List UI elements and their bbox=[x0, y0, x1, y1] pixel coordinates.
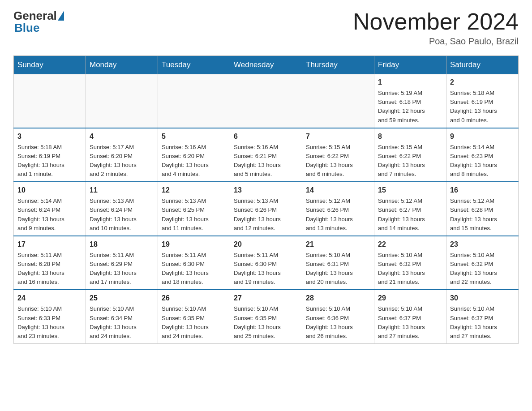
calendar-week-row: 24Sunrise: 5:10 AM Sunset: 6:33 PM Dayli… bbox=[14, 290, 519, 343]
logo: General Blue bbox=[13, 9, 64, 35]
day-number: 4 bbox=[90, 131, 154, 142]
calendar-cell bbox=[302, 74, 374, 128]
day-info: Sunrise: 5:14 AM Sunset: 6:24 PM Dayligh… bbox=[17, 197, 82, 233]
month-title: November 2024 bbox=[353, 9, 519, 34]
calendar-cell: 1Sunrise: 5:19 AM Sunset: 6:18 PM Daylig… bbox=[374, 74, 446, 128]
calendar-cell: 2Sunrise: 5:18 AM Sunset: 6:19 PM Daylig… bbox=[446, 74, 519, 128]
calendar-cell: 3Sunrise: 5:18 AM Sunset: 6:19 PM Daylig… bbox=[14, 128, 86, 182]
day-number: 21 bbox=[306, 239, 370, 250]
day-info: Sunrise: 5:10 AM Sunset: 6:37 PM Dayligh… bbox=[450, 304, 515, 341]
day-info: Sunrise: 5:10 AM Sunset: 6:36 PM Dayligh… bbox=[306, 304, 370, 341]
calendar-cell: 28Sunrise: 5:10 AM Sunset: 6:36 PM Dayli… bbox=[302, 290, 374, 343]
day-number: 30 bbox=[450, 293, 515, 304]
day-info: Sunrise: 5:11 AM Sunset: 6:30 PM Dayligh… bbox=[234, 251, 298, 287]
day-info: Sunrise: 5:18 AM Sunset: 6:19 PM Dayligh… bbox=[17, 143, 82, 179]
day-info: Sunrise: 5:13 AM Sunset: 6:25 PM Dayligh… bbox=[162, 197, 226, 233]
calendar-cell: 25Sunrise: 5:10 AM Sunset: 6:34 PM Dayli… bbox=[86, 290, 158, 343]
day-info: Sunrise: 5:18 AM Sunset: 6:19 PM Dayligh… bbox=[450, 89, 515, 125]
day-number: 26 bbox=[162, 293, 226, 304]
day-info: Sunrise: 5:12 AM Sunset: 6:28 PM Dayligh… bbox=[450, 197, 515, 233]
day-number: 18 bbox=[90, 239, 154, 250]
day-info: Sunrise: 5:13 AM Sunset: 6:26 PM Dayligh… bbox=[234, 197, 298, 233]
day-number: 9 bbox=[450, 131, 515, 142]
logo-blue-text: Blue bbox=[13, 21, 39, 35]
calendar-cell: 16Sunrise: 5:12 AM Sunset: 6:28 PM Dayli… bbox=[446, 182, 519, 236]
day-number: 11 bbox=[90, 185, 154, 196]
calendar-cell: 21Sunrise: 5:10 AM Sunset: 6:31 PM Dayli… bbox=[302, 236, 374, 290]
day-number: 28 bbox=[306, 293, 370, 304]
day-number: 15 bbox=[378, 185, 442, 196]
weekday-header-sunday: Sunday bbox=[14, 56, 86, 74]
calendar-cell: 14Sunrise: 5:12 AM Sunset: 6:26 PM Dayli… bbox=[302, 182, 374, 236]
day-info: Sunrise: 5:10 AM Sunset: 6:34 PM Dayligh… bbox=[90, 304, 154, 341]
day-number: 25 bbox=[90, 293, 154, 304]
day-number: 2 bbox=[450, 77, 515, 88]
calendar-cell: 19Sunrise: 5:11 AM Sunset: 6:30 PM Dayli… bbox=[158, 236, 230, 290]
calendar-cell: 18Sunrise: 5:11 AM Sunset: 6:29 PM Dayli… bbox=[86, 236, 158, 290]
calendar-week-row: 3Sunrise: 5:18 AM Sunset: 6:19 PM Daylig… bbox=[14, 128, 519, 182]
calendar-cell: 30Sunrise: 5:10 AM Sunset: 6:37 PM Dayli… bbox=[446, 290, 519, 343]
day-info: Sunrise: 5:15 AM Sunset: 6:22 PM Dayligh… bbox=[306, 143, 370, 179]
day-number: 8 bbox=[378, 131, 442, 142]
day-info: Sunrise: 5:12 AM Sunset: 6:26 PM Dayligh… bbox=[306, 197, 370, 233]
day-info: Sunrise: 5:10 AM Sunset: 6:31 PM Dayligh… bbox=[306, 251, 370, 287]
day-info: Sunrise: 5:15 AM Sunset: 6:22 PM Dayligh… bbox=[378, 143, 442, 179]
day-info: Sunrise: 5:12 AM Sunset: 6:27 PM Dayligh… bbox=[378, 197, 442, 233]
day-number: 19 bbox=[162, 239, 226, 250]
weekday-header-saturday: Saturday bbox=[446, 56, 519, 74]
calendar-cell: 5Sunrise: 5:16 AM Sunset: 6:20 PM Daylig… bbox=[158, 128, 230, 182]
calendar-cell: 27Sunrise: 5:10 AM Sunset: 6:35 PM Dayli… bbox=[230, 290, 302, 343]
calendar-cell: 24Sunrise: 5:10 AM Sunset: 6:33 PM Dayli… bbox=[14, 290, 86, 343]
day-info: Sunrise: 5:13 AM Sunset: 6:24 PM Dayligh… bbox=[90, 197, 154, 233]
day-number: 14 bbox=[306, 185, 370, 196]
calendar-cell: 10Sunrise: 5:14 AM Sunset: 6:24 PM Dayli… bbox=[14, 182, 86, 236]
day-number: 24 bbox=[17, 293, 82, 304]
day-info: Sunrise: 5:10 AM Sunset: 6:33 PM Dayligh… bbox=[17, 304, 82, 341]
day-number: 27 bbox=[234, 293, 298, 304]
calendar-cell bbox=[14, 74, 86, 128]
day-info: Sunrise: 5:11 AM Sunset: 6:30 PM Dayligh… bbox=[162, 251, 226, 287]
title-section: November 2024 Poa, Sao Paulo, Brazil bbox=[353, 9, 519, 47]
calendar-cell: 13Sunrise: 5:13 AM Sunset: 6:26 PM Dayli… bbox=[230, 182, 302, 236]
day-number: 7 bbox=[306, 131, 370, 142]
calendar-cell bbox=[86, 74, 158, 128]
calendar-week-row: 17Sunrise: 5:11 AM Sunset: 6:28 PM Dayli… bbox=[14, 236, 519, 290]
calendar-cell: 9Sunrise: 5:14 AM Sunset: 6:23 PM Daylig… bbox=[446, 128, 519, 182]
day-number: 20 bbox=[234, 239, 298, 250]
calendar-cell: 8Sunrise: 5:15 AM Sunset: 6:22 PM Daylig… bbox=[374, 128, 446, 182]
day-number: 5 bbox=[162, 131, 226, 142]
logo-triangle-icon bbox=[58, 11, 64, 21]
calendar-cell: 12Sunrise: 5:13 AM Sunset: 6:25 PM Dayli… bbox=[158, 182, 230, 236]
weekday-header-monday: Monday bbox=[86, 56, 158, 74]
day-number: 12 bbox=[162, 185, 226, 196]
weekday-header-row: SundayMondayTuesdayWednesdayThursdayFrid… bbox=[14, 56, 519, 74]
day-info: Sunrise: 5:11 AM Sunset: 6:29 PM Dayligh… bbox=[90, 251, 154, 287]
day-number: 17 bbox=[17, 239, 82, 250]
day-info: Sunrise: 5:10 AM Sunset: 6:32 PM Dayligh… bbox=[378, 251, 442, 287]
day-info: Sunrise: 5:16 AM Sunset: 6:20 PM Dayligh… bbox=[162, 143, 226, 179]
calendar-cell bbox=[230, 74, 302, 128]
day-number: 23 bbox=[450, 239, 515, 250]
calendar-week-row: 10Sunrise: 5:14 AM Sunset: 6:24 PM Dayli… bbox=[14, 182, 519, 236]
day-number: 10 bbox=[17, 185, 82, 196]
calendar-cell: 22Sunrise: 5:10 AM Sunset: 6:32 PM Dayli… bbox=[374, 236, 446, 290]
calendar-cell: 23Sunrise: 5:10 AM Sunset: 6:32 PM Dayli… bbox=[446, 236, 519, 290]
calendar-cell: 6Sunrise: 5:16 AM Sunset: 6:21 PM Daylig… bbox=[230, 128, 302, 182]
day-info: Sunrise: 5:14 AM Sunset: 6:23 PM Dayligh… bbox=[450, 143, 515, 179]
calendar-cell: 11Sunrise: 5:13 AM Sunset: 6:24 PM Dayli… bbox=[86, 182, 158, 236]
day-number: 22 bbox=[378, 239, 442, 250]
weekday-header-friday: Friday bbox=[374, 56, 446, 74]
day-number: 16 bbox=[450, 185, 515, 196]
day-number: 3 bbox=[17, 131, 82, 142]
location-label: Poa, Sao Paulo, Brazil bbox=[353, 36, 519, 47]
calendar-cell: 4Sunrise: 5:17 AM Sunset: 6:20 PM Daylig… bbox=[86, 128, 158, 182]
calendar-cell: 20Sunrise: 5:11 AM Sunset: 6:30 PM Dayli… bbox=[230, 236, 302, 290]
day-info: Sunrise: 5:10 AM Sunset: 6:35 PM Dayligh… bbox=[234, 304, 298, 341]
weekday-header-wednesday: Wednesday bbox=[230, 56, 302, 74]
day-info: Sunrise: 5:19 AM Sunset: 6:18 PM Dayligh… bbox=[378, 89, 442, 125]
calendar-cell bbox=[158, 74, 230, 128]
day-number: 6 bbox=[234, 131, 298, 142]
day-info: Sunrise: 5:10 AM Sunset: 6:37 PM Dayligh… bbox=[378, 304, 442, 341]
calendar-table: SundayMondayTuesdayWednesdayThursdayFrid… bbox=[13, 56, 519, 344]
day-info: Sunrise: 5:16 AM Sunset: 6:21 PM Dayligh… bbox=[234, 143, 298, 179]
